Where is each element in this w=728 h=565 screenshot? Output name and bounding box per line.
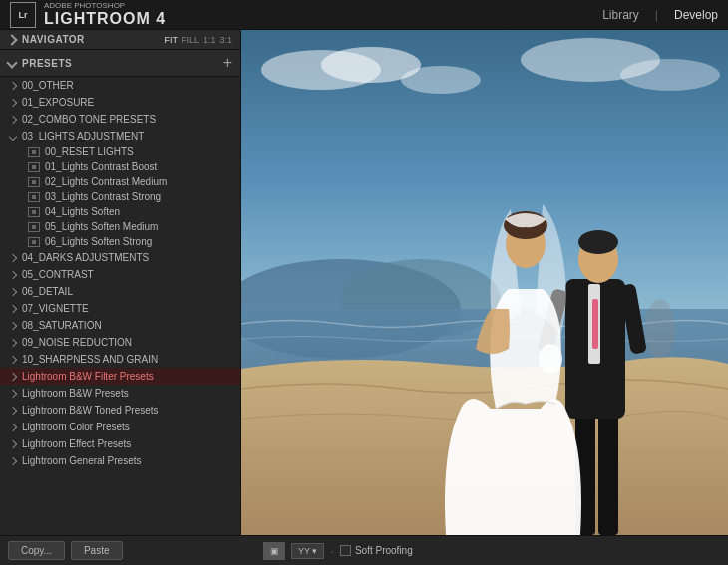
preset-group-darks[interactable]: 04_DARKS ADJUSTMENTS xyxy=(0,249,240,266)
preset-item-icon xyxy=(28,222,40,232)
app-title: LIGHTROOM 4 xyxy=(44,10,166,28)
svg-rect-10 xyxy=(598,409,618,535)
preset-item-contrast-medium[interactable]: 02_Lights Contrast Medium xyxy=(0,174,240,189)
preset-group-bwfilter-label: Lightroom B&W Filter Presets xyxy=(22,371,154,382)
preset-group-contrast-label: 05_CONTRAST xyxy=(22,269,94,280)
nav-1to1[interactable]: 1:1 xyxy=(203,35,216,45)
preset-group-combo[interactable]: 02_COMBO TONE PRESETS xyxy=(0,111,240,128)
svg-point-15 xyxy=(578,230,618,254)
preset-group-noise[interactable]: 09_NOISE REDUCTION xyxy=(0,334,240,351)
preset-group-effect[interactable]: Lightroom Effect Presets xyxy=(0,435,240,452)
preset-group-detail-label: 06_DETAIL xyxy=(22,286,73,297)
nav-library[interactable]: Library xyxy=(602,8,639,22)
group-arrow-darks xyxy=(9,253,17,261)
preset-group-saturation[interactable]: 08_SATURATION xyxy=(0,317,240,334)
presets-label: Presets xyxy=(22,58,223,69)
preset-item-icon xyxy=(28,162,40,172)
toolbar-separator: · xyxy=(330,543,334,559)
preset-group-color-label: Lightroom Color Presets xyxy=(22,422,130,432)
preset-group-bwfilter[interactable]: Lightroom B&W Filter Presets xyxy=(0,368,240,385)
preset-item-label: 03_Lights Contrast Strong xyxy=(45,191,161,202)
title-group: ADOBE PHOTOSHOP LIGHTROOM 4 xyxy=(44,2,166,28)
preset-group-sharpness-label: 10_SHARPNESS AND GRAIN xyxy=(22,354,158,365)
preset-group-general[interactable]: Lightroom General Presets xyxy=(0,452,240,469)
soft-proof-container: Soft Proofing xyxy=(340,545,413,556)
group-arrow-noise xyxy=(9,338,17,346)
preset-group-effect-label: Lightroom Effect Presets xyxy=(22,438,131,449)
toolbar-right: ▣ YY ▾ · Soft Proofing xyxy=(255,542,720,560)
preset-group-detail[interactable]: 06_DETAIL xyxy=(0,283,240,300)
toolbar-left: Copy... Paste xyxy=(8,541,249,560)
preset-group-noise-label: 09_NOISE REDUCTION xyxy=(22,337,132,348)
preset-group-lights[interactable]: 03_LIGHTS ADJUSTMENT xyxy=(0,128,240,144)
preset-item-contrast-boost[interactable]: 01_Lights Contrast Boost xyxy=(0,159,240,174)
preset-item-reset-lights[interactable]: 00_RESET LIGHTS xyxy=(0,144,240,159)
soft-proof-label: Soft Proofing xyxy=(355,545,413,556)
preset-item-icon xyxy=(28,177,40,187)
preset-item-label: 05_Lights Soften Medium xyxy=(45,221,158,232)
photo-display xyxy=(241,30,728,535)
preset-group-contrast[interactable]: 05_CONTRAST xyxy=(0,266,240,283)
preset-group-sharpness[interactable]: 10_SHARPNESS AND GRAIN xyxy=(0,351,240,368)
nav-develop[interactable]: Develop xyxy=(674,8,718,22)
preset-group-vignette-label: 07_VIGNETTE xyxy=(22,303,89,314)
preset-group-vignette[interactable]: 07_VIGNETTE xyxy=(0,300,240,317)
preset-item-label: 02_Lights Contrast Medium xyxy=(45,176,167,187)
preset-item-label: 04_Lights Soften xyxy=(45,206,120,217)
svg-point-5 xyxy=(620,59,720,91)
preset-group-saturation-label: 08_SATURATION xyxy=(22,320,102,331)
group-arrow-bw xyxy=(9,389,17,397)
group-arrow-bwtoned xyxy=(9,406,17,414)
presets-add-button[interactable]: + xyxy=(223,55,232,71)
svg-point-3 xyxy=(401,66,481,94)
presets-header[interactable]: Presets + xyxy=(0,50,240,77)
preset-group-bw[interactable]: Lightroom B&W Presets xyxy=(0,385,240,402)
preset-item-label: 00_RESET LIGHTS xyxy=(45,146,134,157)
preset-item-soften[interactable]: 04_Lights Soften xyxy=(0,204,240,219)
preset-group-combo-label: 02_COMBO TONE PRESETS xyxy=(22,114,156,125)
group-arrow-general xyxy=(9,456,17,464)
svg-point-21 xyxy=(645,299,675,359)
group-arrow-color xyxy=(9,423,17,430)
preset-group-color[interactable]: Lightroom Color Presets xyxy=(0,419,240,435)
titlebar: Lr ADOBE PHOTOSHOP LIGHTROOM 4 Library |… xyxy=(0,0,728,30)
preset-group-bwtoned-label: Lightroom B&W Toned Presets xyxy=(22,405,159,416)
nav-fill[interactable]: FILL xyxy=(182,35,199,45)
svg-rect-13 xyxy=(592,299,598,349)
content-area xyxy=(241,30,728,535)
preset-group-exposure[interactable]: 01_EXPOSURE xyxy=(0,94,240,111)
group-arrow-saturation xyxy=(9,321,17,329)
preset-item-soften-medium[interactable]: 05_Lights Soften Medium xyxy=(0,219,240,234)
view-loupe-button[interactable]: ▣ xyxy=(263,542,285,560)
navigator-header[interactable]: Navigator FIT FILL 1:1 3:1 xyxy=(0,30,240,50)
group-arrow-other xyxy=(9,81,17,89)
nav-3to1[interactable]: 3:1 xyxy=(219,35,232,45)
nav-fit[interactable]: FIT xyxy=(164,35,178,45)
yy-button[interactable]: YY ▾ xyxy=(291,543,324,559)
preset-group-bw-label: Lightroom B&W Presets xyxy=(22,388,129,399)
group-arrow-bwfilter xyxy=(9,372,17,380)
group-arrow-sharpness xyxy=(9,355,17,363)
preset-item-contrast-strong[interactable]: 03_Lights Contrast Strong xyxy=(0,189,240,204)
left-panel: Navigator FIT FILL 1:1 3:1 Presets + 00_… xyxy=(0,30,241,535)
preset-group-bwtoned[interactable]: Lightroom B&W Toned Presets xyxy=(0,402,240,419)
group-arrow-detail xyxy=(9,287,17,295)
view-loupe-icon: ▣ xyxy=(270,546,279,556)
copy-button[interactable]: Copy... xyxy=(8,541,65,560)
preset-group-exposure-label: 01_EXPOSURE xyxy=(22,97,94,108)
preset-item-label: 06_Lights Soften Strong xyxy=(45,236,152,247)
navigator-controls: FIT FILL 1:1 3:1 xyxy=(164,35,232,45)
logo-text: Lr xyxy=(19,10,28,20)
preset-item-soften-strong[interactable]: 06_Lights Soften Strong xyxy=(0,234,240,249)
navigator-label: Navigator xyxy=(22,34,164,45)
soft-proof-checkbox[interactable] xyxy=(340,545,351,556)
presets-list: 00_OTHER 01_EXPOSURE 02_COMBO TONE PRESE… xyxy=(0,77,240,535)
presets-collapse-arrow xyxy=(6,57,17,68)
paste-button[interactable]: Paste xyxy=(71,541,123,560)
photo-svg xyxy=(241,30,728,535)
preset-item-icon xyxy=(28,192,40,202)
preset-group-other[interactable]: 00_OTHER xyxy=(0,77,240,94)
preset-group-lights-label: 03_LIGHTS ADJUSTMENT xyxy=(22,131,144,141)
preset-item-icon xyxy=(28,207,40,217)
group-arrow-effect xyxy=(9,439,17,447)
